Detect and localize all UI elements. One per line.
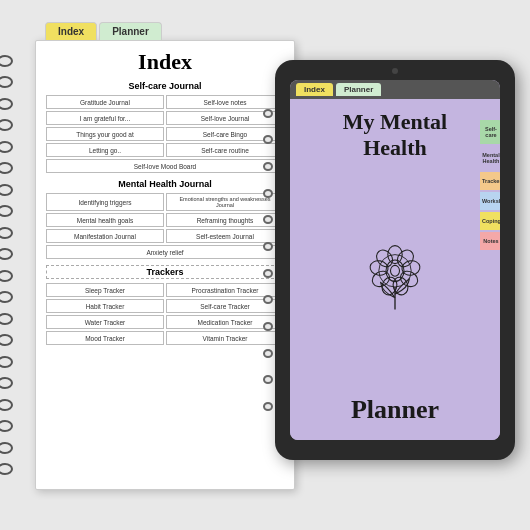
self-care-grid: Gratitude Journal Self-love notes I am g…	[46, 95, 284, 173]
tr-item-1a: Sleep Tracker	[46, 283, 164, 297]
spiral-loop	[0, 248, 13, 260]
cover-title-line1: My Mental	[343, 109, 447, 135]
tablet-spiral-loop	[263, 189, 273, 198]
notebook-content: Index Self-care Journal Gratitude Journa…	[36, 41, 294, 355]
tablet-side-tab-selfcare[interactable]: Self-care	[480, 120, 500, 144]
tablet-spiral	[263, 100, 275, 420]
spiral-loop	[0, 98, 13, 110]
sc-item-2a: I am grateful for...	[46, 111, 164, 125]
tablet-spiral-loop	[263, 375, 273, 384]
spiral-loop	[0, 119, 13, 131]
spiral-loop	[0, 356, 13, 368]
spiral-loop	[0, 463, 13, 475]
tr-item-3a: Water Tracker	[46, 315, 164, 329]
spiral-loop	[0, 313, 13, 325]
tablet-spiral-loop	[263, 295, 273, 304]
spiral-loop	[0, 399, 13, 411]
mh-item-1a: Identifying triggers	[46, 193, 164, 211]
spiral-loop	[0, 334, 13, 346]
tablet-spiral-loop	[263, 269, 273, 278]
tablet-side-tab-trackers[interactable]: Trackers	[480, 172, 500, 190]
tablet-spiral-loop	[263, 322, 273, 331]
tablet: Index Planner Self-care Mental Health Tr…	[275, 60, 515, 460]
section1-heading: Self-care Journal	[46, 81, 284, 91]
spiral-loop	[0, 227, 13, 239]
tablet-side-tab-worksheets[interactable]: Worksheets	[480, 192, 500, 210]
tablet-tabs-bar: Index Planner	[290, 80, 500, 99]
sc-item-4a: Letting go..	[46, 143, 164, 157]
cover-title-area: My Mental Health	[343, 109, 447, 162]
tablet-cover: My Mental Health	[290, 99, 500, 440]
notebook-body: Index Self-care Journal Gratitude Journa…	[35, 40, 295, 490]
scene: Index Planner Index Self-care Journal Gr…	[15, 20, 515, 510]
notebook-tab-index[interactable]: Index	[45, 22, 97, 40]
spiral-loop	[0, 55, 13, 67]
mh-item-2a: Mental health goals	[46, 213, 164, 227]
mh-item-3a: Manifestation Journal	[46, 229, 164, 243]
notebook-tabs: Index Planner	[45, 22, 162, 40]
spiral-loop	[0, 442, 13, 454]
tablet-side-tab-notes[interactable]: Notes	[480, 232, 500, 250]
tablet-side-tab-mentalhealth[interactable]: Mental Health	[480, 146, 500, 170]
mh-item-wide: Anxiety relief	[46, 245, 284, 259]
notebook: Index Planner Index Self-care Journal Gr…	[15, 40, 295, 490]
spiral-loop	[0, 141, 13, 153]
tablet-spiral-loop	[263, 242, 273, 251]
tablet-side-tabs: Self-care Mental Health Trackers Workshe…	[480, 120, 500, 250]
tablet-tab-planner[interactable]: Planner	[336, 83, 381, 96]
spiral-loop	[0, 377, 13, 389]
tablet-tab-index[interactable]: Index	[296, 83, 333, 96]
rose-icon	[350, 233, 440, 323]
spiral-loop	[0, 420, 13, 432]
tablet-spiral-loop	[263, 109, 273, 118]
spiral-loop	[0, 184, 13, 196]
sc-item-wide: Self-love Mood Board	[46, 159, 284, 173]
tablet-side-tab-coping[interactable]: Coping	[480, 212, 500, 230]
tr-item-2a: Habit Tracker	[46, 299, 164, 313]
svg-point-2	[391, 266, 400, 277]
notebook-title: Index	[46, 49, 284, 75]
section2-heading: Mental Health Journal	[46, 179, 284, 189]
sc-item-3a: Things your good at	[46, 127, 164, 141]
tablet-spiral-loop	[263, 162, 273, 171]
tablet-spiral-loop	[263, 135, 273, 144]
tablet-screen: Index Planner Self-care Mental Health Tr…	[290, 80, 500, 440]
tablet-spiral-loop	[263, 349, 273, 358]
spiral-loop	[0, 270, 13, 282]
spiral-loop	[0, 291, 13, 303]
tablet-spiral-loop	[263, 402, 273, 411]
spiral-loop	[0, 76, 13, 88]
cover-subtitle: Planner	[351, 395, 439, 425]
notebook-tab-planner[interactable]: Planner	[99, 22, 162, 40]
tr-item-4a: Mood Tracker	[46, 331, 164, 345]
cover-title-line2: Health	[343, 135, 447, 161]
spiral-loop	[0, 205, 13, 217]
notebook-spiral	[0, 40, 15, 490]
section3-heading: Trackers	[46, 265, 284, 279]
tracker-grid: Sleep Tracker Procrastination Tracker Ha…	[46, 283, 284, 345]
tablet-camera	[392, 68, 398, 74]
mental-health-grid: Identifying triggers Emotional strengths…	[46, 193, 284, 259]
tablet-spiral-loop	[263, 215, 273, 224]
spiral-loop	[0, 162, 13, 174]
sc-item-1a: Gratitude Journal	[46, 95, 164, 109]
